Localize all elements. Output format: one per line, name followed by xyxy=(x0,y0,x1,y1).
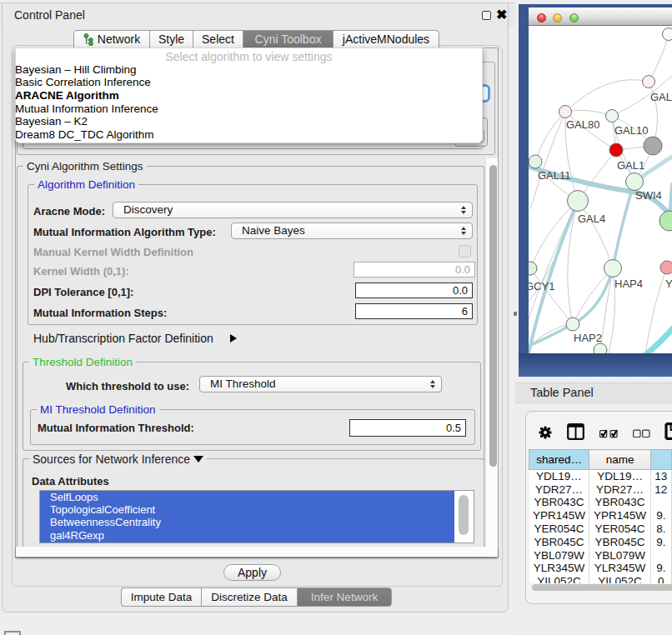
svg-text:GAL11: GAL11 xyxy=(538,169,571,182)
svg-text:GAL1: GAL1 xyxy=(617,159,644,172)
svg-text:HAP2: HAP2 xyxy=(574,332,602,344)
svg-text:SWI4: SWI4 xyxy=(635,189,662,202)
svg-text:GAL10: GAL10 xyxy=(614,124,648,137)
svg-text:Y: Y xyxy=(665,278,672,290)
svg-text:HAP4: HAP4 xyxy=(614,278,643,290)
svg-text:GAL4: GAL4 xyxy=(578,212,605,225)
svg-text:GAL: GAL xyxy=(650,91,672,103)
svg-text:GAL80: GAL80 xyxy=(566,118,599,131)
svg-text:GCY1: GCY1 xyxy=(529,280,554,292)
